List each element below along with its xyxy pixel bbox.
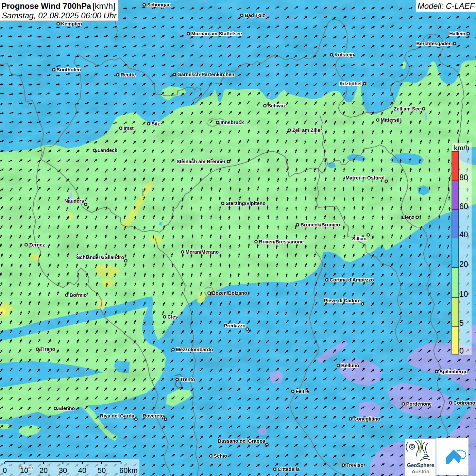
svg-text:Predazzo: Predazzo [224,323,245,328]
svg-text:Bozen/Bolzano: Bozen/Bolzano [212,290,247,296]
svg-text:Mezzolombardo: Mezzolombardo [176,347,213,352]
svg-text:Steinach am Brenner: Steinach am Brenner [176,159,226,164]
svg-text:10: 10 [20,466,28,475]
svg-text:10: 10 [459,290,468,299]
svg-text:Austria: Austria [412,469,430,474]
svg-text:Kitzbühel: Kitzbühel [340,81,362,86]
svg-text:40: 40 [459,230,468,239]
svg-text:Schlanders/Silandro: Schlanders/Silandro [76,255,124,260]
svg-text:Bormio: Bormio [70,292,87,298]
svg-text:30: 30 [59,466,67,475]
svg-text:Cittadella: Cittadella [278,466,300,472]
svg-text:Rovereto: Rovereto [142,413,164,419]
svg-text:0: 0 [3,466,7,475]
svg-text:Sillian: Sillian [352,236,367,241]
svg-text:Modell: C-LAEF: Modell: C-LAEF [418,2,475,11]
svg-text:GeoSphere: GeoSphere [407,462,434,468]
svg-text:60: 60 [459,202,468,211]
svg-text:20: 20 [459,260,468,269]
svg-text:Reutte: Reutte [121,72,136,78]
svg-text:Matrei in Osttirol: Matrei in Osttirol [345,175,385,181]
svg-text:Bassano del Grappa: Bassano del Grappa [218,438,266,444]
svg-text:Prognose Wind 700hPa: Prognose Wind 700hPa [1,2,91,11]
svg-text:Kufstein: Kufstein [335,52,354,57]
svg-text:50: 50 [98,466,106,475]
svg-text:Meran/Merano: Meran/Merano [185,249,219,255]
svg-text:20: 20 [39,466,48,475]
svg-text:Hallein: Hallein [449,31,465,36]
svg-text:Mittersill: Mittersill [380,117,401,123]
svg-text:Zell am Ziller: Zell am Ziller [292,128,322,133]
svg-text:Imst: Imst [123,125,134,131]
svg-text:Cortina d'Ampezzo: Cortina d'Ampezzo [329,277,374,283]
svg-text:Brixen/Bressanone: Brixen/Bressanone [259,239,304,244]
svg-text:[km/h]: [km/h] [92,2,115,11]
svg-text:Schio: Schio [214,453,227,459]
svg-text:60km: 60km [119,466,138,475]
svg-text:Spilimbergo: Spilimbergo [439,369,468,374]
svg-text:Treviso: Treviso [346,462,363,468]
svg-text:Samstag, 02.08.2025 06:00 Uhr: Samstag, 02.08.2025 06:00 Uhr [2,11,117,20]
svg-text:Kempten: Kempten [61,21,82,27]
svg-text:Innsbruck: Innsbruck [220,120,244,125]
svg-text:5: 5 [459,319,464,327]
svg-text:Schongau: Schongau [147,2,171,7]
svg-text:Cles: Cles [167,314,177,320]
svg-text:Lienz: Lienz [402,215,414,220]
svg-text:Berchtesgaden: Berchtesgaden [416,41,452,46]
svg-text:Bad Tölz: Bad Tölz [245,13,265,18]
svg-text:Pordenone: Pordenone [406,401,432,407]
svg-text:Pieve di Cadore: Pieve di Cadore [324,298,361,303]
svg-text:Tirano: Tirano [40,346,55,352]
svg-text:Bienno: Bienno [58,406,75,411]
svg-text:Bruneck/Brunico: Bruneck/Brunico [301,222,340,227]
svg-text:Zernez: Zernez [29,242,45,248]
svg-text:0: 0 [459,346,464,355]
svg-text:Sterzing/Vipiteno: Sterzing/Vipiteno [225,201,266,206]
svg-text:Nauders: Nauders [64,198,84,204]
svg-text:km/h: km/h [454,144,470,152]
svg-text:Sonthofen: Sonthofen [57,67,81,72]
svg-text:Belluno: Belluno [341,363,359,368]
svg-text:Codroipo: Codroipo [454,400,475,406]
svg-text:Trento: Trento [180,377,195,382]
svg-text:Landeck: Landeck [98,148,118,153]
svg-text:Murnau am Staffelsee: Murnau am Staffelsee [191,31,242,36]
svg-text:80: 80 [459,173,468,182]
svg-text:Schwaz: Schwaz [268,103,286,108]
svg-text:Riva del Garda: Riva del Garda [100,413,135,419]
svg-text:40: 40 [78,466,86,475]
svg-text:Zell am See: Zell am See [394,106,421,112]
svg-text:Silz: Silz [151,121,160,126]
svg-text:Conegliano: Conegliano [353,416,380,422]
svg-text:Garmisch-Partenkirchen: Garmisch-Partenkirchen [177,72,234,77]
svg-text:Feltre: Feltre [296,389,309,394]
